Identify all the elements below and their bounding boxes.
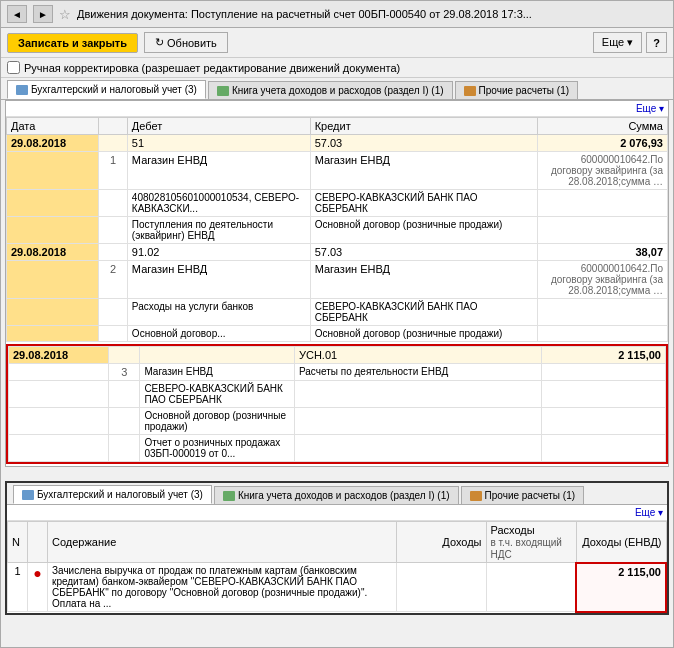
bottom-tab-accounting[interactable]: Бухгалтерский и налоговый учет (3)	[13, 485, 212, 504]
col-num	[99, 118, 127, 135]
cell-debet: 51	[127, 135, 310, 152]
cell-kredit	[294, 381, 541, 408]
cell-summa	[542, 408, 666, 435]
bottom-table-row[interactable]: 1 ● Зачислена выручка от продаж по плате…	[8, 563, 667, 612]
cell-content: Зачислена выручка от продаж по платежным…	[48, 563, 397, 612]
tab-accounting-icon	[16, 85, 28, 95]
cell-num	[109, 347, 140, 364]
table-row[interactable]: Основной договор (розничные продажи)	[9, 408, 666, 435]
tab-other[interactable]: Прочие расчеты (1)	[455, 81, 578, 99]
cell-summa: 600000010642.По договору эквайринга (за …	[538, 261, 668, 299]
tab-book-label: Книга учета доходов и расходов (раздел I…	[232, 85, 444, 96]
cell-kredit: УСН.01	[294, 347, 541, 364]
tab-book-icon	[217, 86, 229, 96]
cell-debet: Магазин ЕНВД	[140, 364, 295, 381]
cell-income-envd: 2 115,00	[576, 563, 666, 612]
bottom-tab-accounting-label: Бухгалтерский и налоговый учет (3)	[37, 489, 203, 500]
tab-other-label: Прочие расчеты (1)	[479, 85, 569, 96]
cell-debet: Основной договор (розничные продажи)	[140, 408, 295, 435]
bottom-table-more-row: Еще ▾	[7, 505, 667, 521]
table-row[interactable]: 29.08.2018 51 57.03 2 076,93	[7, 135, 668, 152]
cell-kredit: Основной договор (розничные продажи)	[310, 217, 538, 244]
table-row[interactable]: СЕВЕРО-КАВКАЗСКИЙ БАНК ПАО СБЕРБАНК	[9, 381, 666, 408]
refresh-icon: ↻	[155, 36, 164, 49]
dot-indicator: ●	[33, 565, 41, 581]
cell-date	[7, 190, 99, 217]
col-income-envd: Доходы (ЕНВД)	[576, 522, 666, 563]
favorite-star[interactable]: ☆	[59, 7, 71, 22]
top-table: Дата Дебет Кредит Сумма 29.08.2018 51 57…	[6, 117, 668, 342]
title-bar: ◄ ► ☆ Движения документа: Поступление на…	[1, 1, 673, 28]
cell-n: 1	[8, 563, 28, 612]
table-row[interactable]: Поступления по деятельности (эквайринг) …	[7, 217, 668, 244]
table-row[interactable]: 2 Магазин ЕНВД Магазин ЕНВД 600000010642…	[7, 261, 668, 299]
cell-summa	[538, 217, 668, 244]
top-more-link[interactable]: Еще ▾	[636, 103, 664, 114]
tab-book[interactable]: Книга учета доходов и расходов (раздел I…	[208, 81, 453, 99]
more-button[interactable]: Еще ▾	[593, 32, 642, 53]
nav-back-button[interactable]: ◄	[7, 5, 27, 23]
bottom-tab-book-label: Книга учета доходов и расходов (раздел I…	[238, 490, 450, 501]
bottom-tab-book[interactable]: Книга учета доходов и расходов (раздел I…	[214, 486, 459, 504]
bottom-tab-accounting-icon	[22, 490, 34, 500]
table-row[interactable]: 29.08.2018 91.02 57.03 38,07	[7, 244, 668, 261]
cell-num	[99, 190, 127, 217]
manual-correction-checkbox[interactable]	[7, 61, 20, 74]
bottom-tab-other[interactable]: Прочие расчеты (1)	[461, 486, 584, 504]
table-row[interactable]: Отчет о розничных продажах 03БП-000019 о…	[9, 435, 666, 462]
col-kredit: Кредит	[310, 118, 538, 135]
table-row[interactable]: 1 Магазин ЕНВД Магазин ЕНВД 600000010642…	[7, 152, 668, 190]
cell-debet: Магазин ЕНВД	[127, 152, 310, 190]
table-row[interactable]: Расходы на услуги банков СЕВЕРО-КАВКАЗСК…	[7, 299, 668, 326]
cell-date	[7, 217, 99, 244]
cell-kredit: 57.03	[310, 244, 538, 261]
cell-num	[99, 217, 127, 244]
col-date: Дата	[7, 118, 99, 135]
cell-dot: ●	[28, 563, 48, 612]
bottom-tab-book-icon	[223, 491, 235, 501]
cell-num	[99, 135, 127, 152]
cell-summa: 38,07	[538, 244, 668, 261]
manual-correction-label: Ручная корректировка (разрешает редактир…	[24, 62, 400, 74]
cell-summa	[542, 435, 666, 462]
cell-summa	[542, 364, 666, 381]
help-button[interactable]: ?	[646, 32, 667, 53]
table-row[interactable]: 408028105601000010534, СЕВЕРО-КАВКАЗСКИ.…	[7, 190, 668, 217]
top-tabs-row: Бухгалтерский и налоговый учет (3) Книга…	[1, 78, 673, 100]
cell-expense	[486, 563, 576, 612]
toolbar: Записать и закрыть ↻ Обновить Еще ▾ ?	[1, 28, 673, 58]
bottom-tabs-row: Бухгалтерский и налоговый учет (3) Книга…	[7, 483, 667, 505]
cell-summa	[538, 299, 668, 326]
top-table-more-row: Еще ▾	[6, 101, 668, 117]
cell-income	[396, 563, 486, 612]
cell-summa	[538, 190, 668, 217]
cell-num	[99, 326, 127, 342]
cell-kredit: Основной договор (розничные продажи)	[310, 326, 538, 342]
cell-summa	[542, 381, 666, 408]
window-title: Движения документа: Поступление на расче…	[77, 8, 667, 20]
cell-kredit: Расчеты по деятельности ЕНВД	[294, 364, 541, 381]
manual-correction-row: Ручная корректировка (разрешает редактир…	[1, 58, 673, 78]
col-summa: Сумма	[538, 118, 668, 135]
top-section: Еще ▾ Дата Дебет Кредит Сумма 29.08.2018…	[5, 100, 669, 467]
bottom-table: N Содержание Доходы Расходыв т.ч. входящ…	[7, 521, 667, 613]
tab-accounting[interactable]: Бухгалтерский и налоговый учет (3)	[7, 80, 206, 99]
cell-kredit	[294, 408, 541, 435]
cell-num	[99, 299, 127, 326]
cell-date	[7, 261, 99, 299]
cell-debet	[140, 347, 295, 364]
cell-num: 2	[99, 261, 127, 299]
cell-kredit: 57.03	[310, 135, 538, 152]
col-n: N	[8, 522, 28, 563]
bottom-more-link[interactable]: Еще ▾	[635, 507, 663, 518]
table-row[interactable]: 3 Магазин ЕНВД Расчеты по деятельности Е…	[9, 364, 666, 381]
selected-rows-table: 29.08.2018 УСН.01 2 115,00 3 Магазин ЕНВ…	[8, 346, 666, 462]
cell-debet: 408028105601000010534, СЕВЕРО-КАВКАЗСКИ.…	[127, 190, 310, 217]
cell-debet: 91.02	[127, 244, 310, 261]
table-row[interactable]: Основной договор... Основной договор (ро…	[7, 326, 668, 342]
table-row[interactable]: 29.08.2018 УСН.01 2 115,00	[9, 347, 666, 364]
cell-debet: Основной договор...	[127, 326, 310, 342]
nav-forward-button[interactable]: ►	[33, 5, 53, 23]
save-close-button[interactable]: Записать и закрыть	[7, 33, 138, 53]
refresh-button[interactable]: ↻ Обновить	[144, 32, 228, 53]
